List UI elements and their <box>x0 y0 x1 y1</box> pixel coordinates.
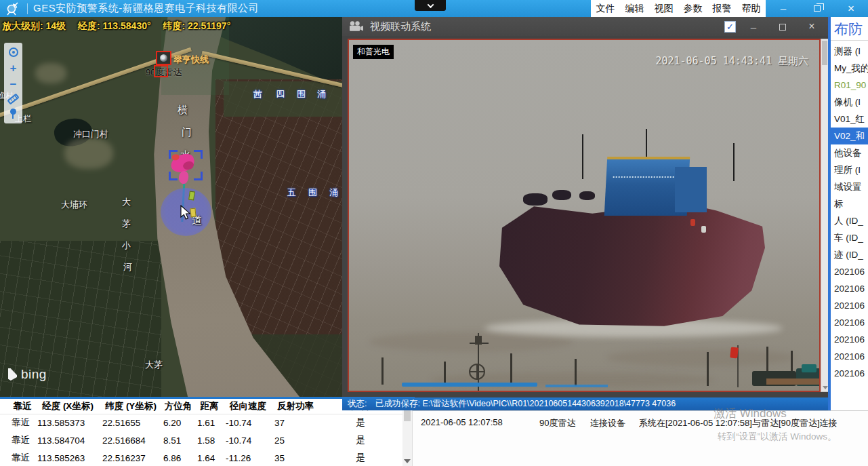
save-status-bar: 状态: 已成功保存: E:\雷达软件\Video\PIC\\R01\202106… <box>342 397 828 410</box>
map-coordinates-readout: 放大级别: 14级 经度: 113.58430° 纬度: 22.51197° <box>2 20 240 33</box>
zoom-out-button[interactable]: − <box>10 80 17 90</box>
tree-item-cameras[interactable]: 像机 (I <box>831 94 868 111</box>
dock-pole <box>707 352 709 386</box>
river-label-char: 大 <box>122 196 131 208</box>
river-label-char: 河 <box>123 261 132 273</box>
tree-item-targets[interactable]: 标 <box>831 195 868 212</box>
table-row[interactable]: 靠近113.58537322.51655 6.201.61-10.74 37是 <box>0 414 402 431</box>
tree-item-my[interactable]: My_我的 <box>831 60 868 77</box>
tree-item-record[interactable]: 202106 <box>831 365 868 382</box>
pin-icon[interactable] <box>10 109 17 119</box>
tree-item-v02-selected[interactable]: V02_和 <box>831 128 868 144</box>
tree-item-record[interactable]: 202106 <box>831 331 868 348</box>
ship <box>499 157 765 330</box>
video-link-checkbox[interactable]: ✓ <box>724 21 736 33</box>
ship-superstructure-wing <box>675 167 707 212</box>
dock-structure <box>766 378 819 385</box>
app-title: GES安防预警系统-新疆格恩赛电子科技有限公司 <box>33 2 259 15</box>
zoom-level-label: 放大级别: 14级 <box>2 20 66 31</box>
menu-alarm[interactable]: 报警 <box>707 0 737 17</box>
sidebar-header: 布防 <box>831 17 868 41</box>
scroll-down-icon[interactable] <box>823 386 828 389</box>
restore-button[interactable] <box>800 0 834 17</box>
video-window-titlebar[interactable]: 视频联动系统 ✓ – × <box>342 17 830 36</box>
ship-mast <box>733 143 735 181</box>
tree-item-office[interactable]: 理所 (I <box>831 161 868 178</box>
bing-icon <box>8 368 17 381</box>
boat-cabin <box>802 364 817 372</box>
menu-view[interactable]: 视图 <box>649 0 678 17</box>
menu-help[interactable]: 帮助 <box>737 0 766 17</box>
col-reflect-power[interactable]: 反射功率 <box>272 399 318 414</box>
tree-item-other-devices[interactable]: 他设备 <box>831 144 868 161</box>
dock-blue-railing <box>545 385 608 387</box>
dock-blue-railing <box>402 383 537 387</box>
scrollbar-thumb[interactable] <box>822 41 827 65</box>
video-close-button[interactable]: × <box>800 20 823 33</box>
channel-label-char: 围 <box>308 187 317 199</box>
radar-selection-box <box>154 65 168 77</box>
tree-item-v01[interactable]: V01_红 <box>831 111 868 128</box>
target-selection-brackets <box>169 150 203 180</box>
channel-label-char: 四 <box>276 88 285 100</box>
map-sand-patch <box>35 63 66 83</box>
weather-mast-box <box>475 336 482 345</box>
restore-icon <box>814 5 821 12</box>
table-row[interactable]: 靠近113.58470422.516684 8.511.58-10.74 25是 <box>0 431 402 449</box>
locate-icon[interactable] <box>9 47 18 57</box>
mouse-cursor <box>180 205 192 220</box>
scroll-down-icon[interactable] <box>404 459 411 463</box>
tree-item-vehicle[interactable]: 车 (ID_ <box>831 229 868 246</box>
camera-lens-icon <box>160 54 167 62</box>
ship-mast <box>582 134 583 180</box>
tree-item-record[interactable]: 202106 <box>831 280 868 297</box>
camera-timestamp-overlay: 2021-06-05 14:43:41 星期六 <box>655 55 808 68</box>
col-approach[interactable]: 靠近 <box>9 399 35 414</box>
radar-camera-marker[interactable] <box>156 51 171 65</box>
tree-item-record[interactable]: 202106 <box>831 297 868 314</box>
menu-params[interactable]: 参数 <box>678 0 707 17</box>
col-distance[interactable]: 距离 <box>195 399 224 414</box>
dock-pole <box>575 359 577 386</box>
tree-item-record[interactable]: 202106 <box>831 348 868 365</box>
deck-gear <box>523 193 547 206</box>
col-azimuth[interactable]: 方位角 <box>161 399 195 414</box>
col-longitude[interactable]: 经度 (X坐标) <box>35 399 100 414</box>
tree-item-track[interactable]: 迹 (ID_ <box>831 246 868 263</box>
river-label-char: 小 <box>122 239 131 252</box>
tree-item-r01-radar[interactable]: R01_90 <box>831 77 868 94</box>
menu-file[interactable]: 文件 <box>591 0 620 17</box>
video-maximize-button[interactable] <box>771 21 794 33</box>
tree-item-person[interactable]: 人 (ID_ <box>831 212 868 229</box>
collapse-panel-button[interactable] <box>415 0 446 11</box>
town-label: 大茅 <box>145 359 163 371</box>
red-flag <box>730 347 739 358</box>
tree-item-record[interactable]: 202106 <box>831 314 868 331</box>
video-window: 视频联动系统 ✓ – × <box>342 17 830 399</box>
video-feed[interactable]: 和普光电 2021-06-05 14:43:41 星期六 <box>348 39 821 392</box>
maximize-icon <box>779 24 786 31</box>
map-panel[interactable]: 放大级别: 14级 经度: 113.58430° 纬度: 22.51197° +… <box>0 17 342 399</box>
satellite-icon <box>5 2 22 16</box>
life-ring <box>701 226 706 233</box>
menubar: 文件 编辑 视图 参数 报警 帮助 <box>591 0 766 17</box>
measure-icon[interactable] <box>7 94 19 105</box>
tree-item-record[interactable]: 202106 <box>831 263 868 280</box>
minimize-button[interactable]: – <box>766 0 800 17</box>
col-radial-speed[interactable]: 径向速度 <box>224 399 272 414</box>
event-log-panel[interactable]: 2021-06-05 12:07:58 90度雷达 连接设备 系统在[2021-… <box>412 410 868 466</box>
close-button[interactable]: × <box>834 0 868 17</box>
area-label: 大埔环 <box>61 199 87 211</box>
col-latitude[interactable]: 纬度 (Y坐标) <box>100 399 161 414</box>
tree-item-region-settings[interactable]: 域设置 <box>831 178 868 195</box>
tree-item-detector[interactable]: 测器 (I <box>831 43 868 60</box>
zoom-in-button[interactable]: + <box>10 64 17 73</box>
latitude-label: 纬度: 22.51197° <box>163 20 230 31</box>
app-titlebar: GES安防预警系统-新疆格恩赛电子科技有限公司 文件 编辑 视图 参数 报警 帮… <box>0 0 868 17</box>
video-minimize-button[interactable]: – <box>742 21 765 33</box>
device-tree-list: 测器 (I My_我的 R01_90 像机 (I V01_红 V02_和 他设备… <box>831 41 868 382</box>
table-row[interactable]: 靠近113.58526322.516237 6.861.64-11.26 35是 <box>0 449 402 466</box>
bing-wordmark: bing <box>21 367 47 382</box>
map-toolbar: + − <box>4 43 22 123</box>
menu-edit[interactable]: 编辑 <box>620 0 649 17</box>
